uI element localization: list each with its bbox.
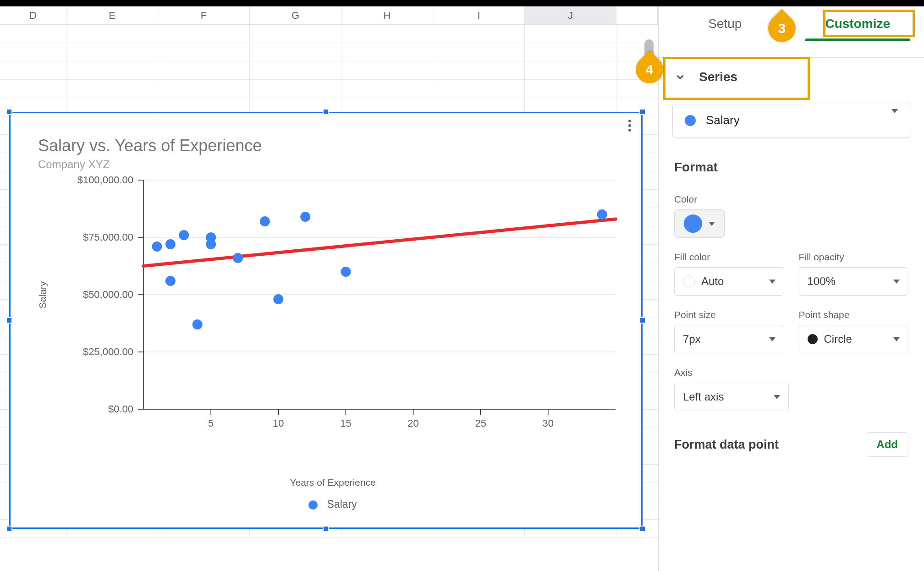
label-axis: Axis	[674, 367, 908, 378]
chart-subtitle: Company XYZ	[38, 158, 637, 171]
svg-point-40	[341, 267, 351, 277]
resize-handle[interactable]	[639, 526, 646, 532]
fill-color-value: Auto	[701, 275, 724, 288]
chevron-down-icon	[674, 71, 686, 83]
resize-handle[interactable]	[639, 109, 646, 115]
svg-text:30: 30	[543, 417, 554, 429]
caret-down-icon	[774, 395, 780, 399]
svg-text:$50,000.00: $50,000.00	[83, 289, 133, 300]
svg-text:10: 10	[273, 417, 284, 429]
col-header[interactable]	[616, 6, 658, 24]
caret-down-icon	[769, 337, 776, 341]
point-size-select[interactable]: 7px	[674, 325, 784, 353]
resize-handle[interactable]	[6, 109, 12, 115]
svg-point-32	[179, 230, 189, 240]
point-size-value: 7px	[683, 333, 701, 346]
label-point-shape: Point shape	[799, 309, 909, 320]
svg-text:$75,000.00: $75,000.00	[83, 231, 133, 243]
col-header[interactable]: G	[250, 6, 341, 24]
add-button[interactable]: Add	[866, 432, 908, 457]
axis-value: Left axis	[683, 390, 724, 403]
svg-point-35	[206, 232, 216, 242]
col-header[interactable]: H	[341, 6, 433, 24]
chart-title: Salary vs. Years of Experience	[38, 136, 637, 155]
svg-text:$25,000.00: $25,000.00	[83, 346, 133, 357]
col-header[interactable]: J	[525, 6, 616, 24]
chart-object[interactable]: Salary vs. Years of Experience Company X…	[9, 112, 643, 529]
svg-point-29	[152, 242, 162, 252]
col-header[interactable]: I	[433, 6, 525, 24]
tab-setup[interactable]: Setup	[659, 6, 792, 41]
svg-point-30	[165, 239, 176, 249]
vertical-scrollbar[interactable]	[644, 39, 654, 59]
svg-point-38	[273, 294, 283, 304]
fill-opacity-select[interactable]: 100%	[799, 267, 909, 296]
color-swatch[interactable]	[674, 209, 725, 238]
legend-dot-icon	[308, 500, 318, 510]
spreadsheet-area: D E F G H I J	[0, 6, 658, 571]
svg-point-39	[300, 212, 310, 222]
col-header[interactable]: F	[158, 6, 250, 24]
x-axis-label: Years of Experience	[29, 477, 637, 488]
svg-point-36	[233, 253, 243, 263]
point-shape-value: Circle	[824, 333, 852, 346]
fill-opacity-value: 100%	[808, 275, 836, 288]
format-data-point-label: Format data point	[674, 438, 779, 452]
label-color: Color	[674, 194, 908, 205]
resize-handle[interactable]	[639, 317, 646, 324]
label-fill-opacity: Fill opacity	[799, 252, 909, 263]
legend-label: Salary	[327, 498, 357, 510]
tab-customize[interactable]: Customize	[792, 6, 924, 41]
label-fill-color: Fill color	[674, 252, 784, 263]
col-header[interactable]: D	[0, 6, 66, 24]
col-header[interactable]: E	[66, 6, 158, 24]
circle-icon	[808, 334, 818, 344]
resize-handle[interactable]	[323, 526, 329, 532]
column-headers: D E F G H I J	[0, 6, 658, 25]
legend: Salary	[29, 498, 637, 511]
svg-text:$100,000.00: $100,000.00	[77, 176, 133, 186]
svg-text:5: 5	[208, 417, 214, 429]
label-point-size: Point size	[674, 309, 784, 320]
section-series-label: Series	[699, 70, 737, 84]
resize-handle[interactable]	[6, 317, 12, 324]
series-selector-value: Salary	[706, 113, 740, 127]
caret-down-icon	[893, 280, 900, 284]
svg-text:20: 20	[407, 417, 418, 429]
caret-down-icon	[893, 337, 900, 341]
caret-down-icon	[891, 113, 898, 127]
svg-text:15: 15	[340, 417, 351, 429]
auto-color-icon	[683, 275, 695, 287]
resize-handle[interactable]	[6, 526, 12, 532]
series-selector[interactable]: Salary	[672, 103, 910, 138]
axis-select[interactable]: Left axis	[674, 383, 789, 411]
chart-editor-panel: Setup Customize Series Salary Format Col…	[658, 6, 924, 571]
svg-text:25: 25	[475, 417, 486, 429]
svg-text:$0.00: $0.00	[108, 403, 133, 415]
plot-area: Salary $0.00$25,000.00$50,000.00$75,000.…	[56, 176, 637, 469]
format-heading: Format	[674, 160, 908, 175]
svg-point-31	[165, 276, 176, 286]
caret-down-icon	[709, 222, 715, 226]
resize-handle[interactable]	[323, 109, 329, 115]
y-axis-label: Salary	[37, 281, 48, 309]
fill-color-select[interactable]: Auto	[674, 267, 784, 296]
svg-point-37	[260, 216, 270, 226]
color-swatch-circle	[684, 214, 702, 233]
svg-point-41	[597, 209, 607, 220]
svg-point-33	[192, 319, 203, 329]
series-color-icon	[685, 115, 696, 126]
section-series[interactable]: Series	[659, 57, 924, 96]
point-shape-select[interactable]: Circle	[799, 325, 909, 353]
caret-down-icon	[769, 280, 776, 284]
